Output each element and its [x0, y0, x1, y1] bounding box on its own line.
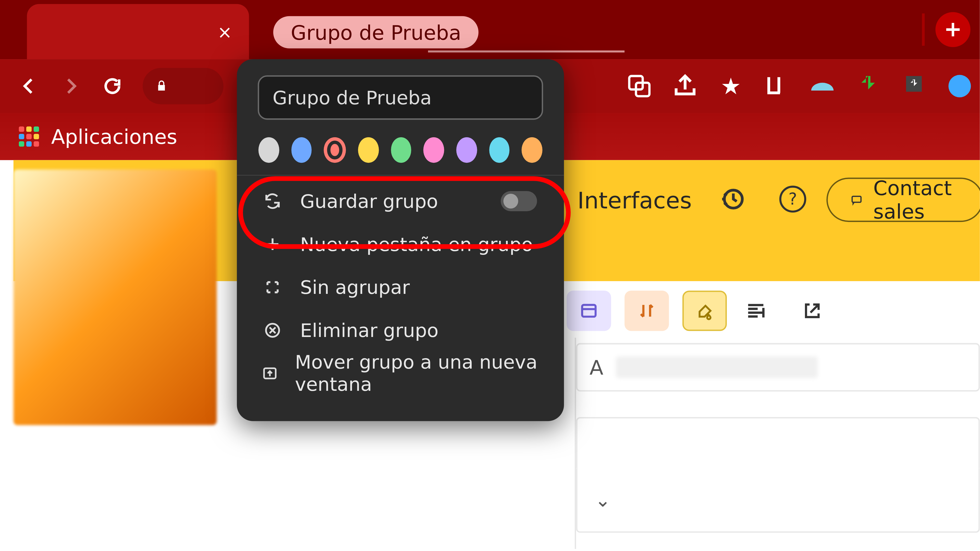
forward-button[interactable]	[52, 68, 89, 104]
tab-group-chip[interactable]: Grupo de Prueba	[273, 16, 479, 48]
ungroup-item[interactable]: Sin agrupar	[255, 266, 546, 309]
color-swatch[interactable]	[259, 137, 279, 163]
color-swatch[interactable]	[423, 137, 444, 163]
fill-button[interactable]	[682, 291, 727, 331]
redacted-text	[616, 357, 818, 378]
save-group-label: Guardar grupo	[300, 190, 438, 212]
save-group-toggle[interactable]	[501, 191, 537, 211]
tab-separator	[922, 14, 925, 46]
divider	[237, 175, 564, 176]
svg-rect-5	[852, 197, 861, 202]
close-tab-icon[interactable]: ×	[215, 23, 234, 42]
back-button[interactable]	[11, 68, 47, 104]
reload-button[interactable]	[94, 68, 130, 104]
contact-sales-label: Contact sales	[873, 176, 959, 224]
doc-toolbar	[566, 291, 828, 331]
vpn-extension-icon[interactable]	[809, 73, 836, 100]
color-swatch[interactable]	[358, 137, 379, 163]
svg-rect-6	[582, 305, 596, 317]
tab-group-popup: Grupo de Prueba Guardar grupo Nueva pest…	[237, 59, 564, 421]
contact-sales-button[interactable]: Contact sales	[826, 178, 980, 222]
color-swatch[interactable]	[291, 137, 312, 163]
color-swatch[interactable]	[456, 137, 477, 163]
sort-button[interactable]	[625, 291, 669, 331]
tab-group[interactable]: Grupo de Prueba	[259, 4, 642, 59]
align-button[interactable]	[740, 299, 771, 322]
group-color-row	[259, 137, 542, 163]
new-tab-button[interactable]	[935, 12, 970, 47]
move-group-item[interactable]: Mover grupo a una nueva ventana	[255, 352, 546, 395]
translate-icon[interactable]	[626, 73, 652, 100]
open-external-button[interactable]	[797, 300, 828, 321]
address-bar[interactable]	[143, 68, 223, 104]
row-block-bottom[interactable]: ⌄	[576, 468, 980, 533]
new-tab-in-group-item[interactable]: Nueva pestaña en grupo	[255, 223, 546, 266]
chevron-down-icon: ⌄	[595, 489, 611, 511]
new-tab-in-group-label: Nueva pestaña en grupo	[300, 233, 533, 256]
tab-active[interactable]: ×	[27, 4, 249, 59]
color-swatch[interactable]	[489, 137, 510, 163]
layout-button[interactable]	[566, 291, 611, 331]
help-icon[interactable]: ?	[780, 186, 806, 213]
sync-icon	[261, 190, 284, 213]
apps-icon[interactable]	[19, 127, 39, 147]
plus-icon	[943, 19, 963, 40]
move-group-label: Mover grupo a una nueva ventana	[295, 351, 547, 395]
share-icon[interactable]	[672, 73, 698, 100]
ungroup-label: Sin agrupar	[300, 276, 410, 298]
color-swatch[interactable]	[324, 137, 346, 163]
delete-group-label: Eliminar grupo	[300, 319, 438, 341]
color-swatch[interactable]	[522, 137, 542, 163]
extension-badge-icon[interactable]	[946, 73, 973, 100]
tab-strip: × Grupo de Prueba	[0, 0, 980, 59]
bookmark-star-icon[interactable]: ★	[718, 73, 744, 100]
left-thumbnail	[14, 170, 217, 425]
close-circle-icon	[261, 319, 284, 342]
download-arrow-icon[interactable]	[855, 73, 881, 100]
row-block-top[interactable]	[576, 417, 980, 468]
nav-interfaces[interactable]: Interfaces	[578, 187, 692, 214]
chat-icon	[851, 190, 862, 209]
plus-icon	[261, 233, 284, 256]
column-a-label: A	[590, 356, 603, 379]
history-icon[interactable]	[719, 186, 746, 213]
group-name-input[interactable]: Grupo de Prueba	[258, 75, 543, 120]
save-group-item[interactable]: Guardar grupo	[255, 179, 546, 223]
ungroup-icon	[261, 276, 284, 299]
lt-extension-icon[interactable]	[763, 73, 790, 100]
move-window-icon	[261, 362, 279, 385]
downloads-icon[interactable]	[900, 73, 927, 100]
apps-label[interactable]: Aplicaciones	[51, 125, 177, 148]
column-header-a[interactable]: A	[576, 343, 980, 392]
svg-point-3	[948, 75, 971, 97]
lock-icon	[155, 79, 169, 94]
delete-group-item[interactable]: Eliminar grupo	[255, 309, 546, 352]
color-swatch[interactable]	[391, 137, 411, 163]
